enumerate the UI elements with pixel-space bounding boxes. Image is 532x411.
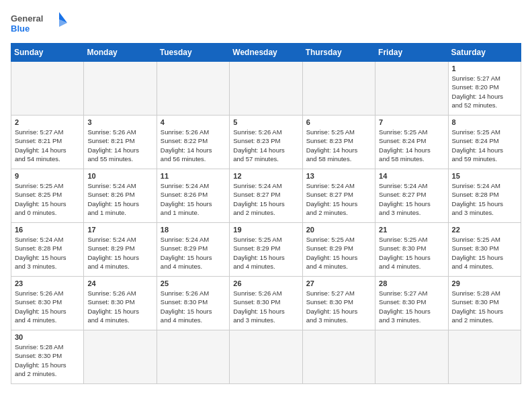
day-number: 11 xyxy=(161,172,226,180)
calendar-cell: 23Sunrise: 5:26 AM Sunset: 8:30 PM Dayli… xyxy=(11,277,84,330)
day-number: 8 xyxy=(452,118,517,126)
weekday-header-thursday: Thursday xyxy=(302,44,375,62)
calendar-week-2: 2Sunrise: 5:27 AM Sunset: 8:21 PM Daylig… xyxy=(11,116,521,169)
day-number: 3 xyxy=(87,118,152,126)
day-number: 14 xyxy=(379,172,444,180)
calendar-cell: 3Sunrise: 5:26 AM Sunset: 8:21 PM Daylig… xyxy=(84,116,157,169)
calendar-cell xyxy=(375,330,448,384)
calendar-cell: 30Sunrise: 5:28 AM Sunset: 8:30 PM Dayli… xyxy=(11,330,84,384)
calendar-cell: 17Sunrise: 5:24 AM Sunset: 8:29 PM Dayli… xyxy=(84,223,157,277)
day-info: Sunrise: 5:24 AM Sunset: 8:29 PM Dayligh… xyxy=(161,235,226,271)
calendar-cell: 7Sunrise: 5:25 AM Sunset: 8:24 PM Daylig… xyxy=(375,116,448,169)
day-info: Sunrise: 5:24 AM Sunset: 8:28 PM Dayligh… xyxy=(15,235,80,271)
calendar-cell: 26Sunrise: 5:26 AM Sunset: 8:30 PM Dayli… xyxy=(230,277,302,330)
day-number: 13 xyxy=(306,172,371,180)
weekday-header-tuesday: Tuesday xyxy=(157,44,229,62)
day-info: Sunrise: 5:25 AM Sunset: 8:25 PM Dayligh… xyxy=(15,181,80,217)
day-info: Sunrise: 5:24 AM Sunset: 8:28 PM Dayligh… xyxy=(452,181,517,217)
day-info: Sunrise: 5:25 AM Sunset: 8:29 PM Dayligh… xyxy=(233,235,298,271)
calendar-cell: 8Sunrise: 5:25 AM Sunset: 8:24 PM Daylig… xyxy=(448,116,521,169)
calendar-cell xyxy=(11,62,84,116)
calendar-cell: 16Sunrise: 5:24 AM Sunset: 8:28 PM Dayli… xyxy=(11,223,84,277)
day-number: 26 xyxy=(233,279,298,287)
day-info: Sunrise: 5:26 AM Sunset: 8:23 PM Dayligh… xyxy=(233,128,298,163)
calendar-cell: 27Sunrise: 5:27 AM Sunset: 8:30 PM Dayli… xyxy=(302,277,375,330)
day-info: Sunrise: 5:25 AM Sunset: 8:24 PM Dayligh… xyxy=(452,128,517,163)
calendar-cell: 25Sunrise: 5:26 AM Sunset: 8:30 PM Dayli… xyxy=(157,277,229,330)
calendar-week-3: 9Sunrise: 5:25 AM Sunset: 8:25 PM Daylig… xyxy=(11,169,521,223)
calendar-cell: 12Sunrise: 5:24 AM Sunset: 8:27 PM Dayli… xyxy=(230,169,302,223)
calendar-cell xyxy=(84,62,157,116)
calendar-cell: 10Sunrise: 5:24 AM Sunset: 8:26 PM Dayli… xyxy=(84,169,157,223)
day-info: Sunrise: 5:28 AM Sunset: 8:30 PM Dayligh… xyxy=(15,342,80,378)
day-info: Sunrise: 5:26 AM Sunset: 8:30 PM Dayligh… xyxy=(161,289,226,324)
day-info: Sunrise: 5:26 AM Sunset: 8:30 PM Dayligh… xyxy=(233,289,298,324)
calendar-week-4: 16Sunrise: 5:24 AM Sunset: 8:28 PM Dayli… xyxy=(11,223,521,277)
day-info: Sunrise: 5:24 AM Sunset: 8:27 PM Dayligh… xyxy=(233,181,298,217)
day-info: Sunrise: 5:24 AM Sunset: 8:29 PM Dayligh… xyxy=(87,235,152,271)
calendar-cell xyxy=(230,330,302,384)
day-number: 16 xyxy=(15,226,80,234)
page-header: General Blue xyxy=(11,11,521,35)
calendar-cell: 1Sunrise: 5:27 AM Sunset: 8:20 PM Daylig… xyxy=(448,62,521,116)
day-info: Sunrise: 5:24 AM Sunset: 8:27 PM Dayligh… xyxy=(306,181,371,217)
calendar-body: 1Sunrise: 5:27 AM Sunset: 8:20 PM Daylig… xyxy=(11,62,521,384)
day-info: Sunrise: 5:26 AM Sunset: 8:30 PM Dayligh… xyxy=(87,289,152,324)
day-info: Sunrise: 5:24 AM Sunset: 8:27 PM Dayligh… xyxy=(379,181,444,217)
day-info: Sunrise: 5:25 AM Sunset: 8:30 PM Dayligh… xyxy=(452,235,517,271)
day-number: 21 xyxy=(379,226,444,234)
weekday-header-wednesday: Wednesday xyxy=(230,44,302,62)
day-info: Sunrise: 5:26 AM Sunset: 8:22 PM Dayligh… xyxy=(161,128,226,163)
weekday-header-sunday: Sunday xyxy=(11,44,84,62)
calendar-cell: 6Sunrise: 5:25 AM Sunset: 8:23 PM Daylig… xyxy=(302,116,375,169)
day-number: 10 xyxy=(87,172,152,180)
day-info: Sunrise: 5:25 AM Sunset: 8:30 PM Dayligh… xyxy=(379,235,444,271)
calendar-cell: 20Sunrise: 5:25 AM Sunset: 8:29 PM Dayli… xyxy=(302,223,375,277)
calendar-header: SundayMondayTuesdayWednesdayThursdayFrid… xyxy=(11,44,521,62)
logo: General Blue xyxy=(11,11,71,35)
day-number: 24 xyxy=(87,279,152,287)
day-number: 9 xyxy=(15,172,80,180)
day-number: 19 xyxy=(233,226,298,234)
day-number: 2 xyxy=(15,118,80,126)
day-info: Sunrise: 5:24 AM Sunset: 8:26 PM Dayligh… xyxy=(161,181,226,217)
svg-text:Blue: Blue xyxy=(11,24,30,34)
day-info: Sunrise: 5:25 AM Sunset: 8:29 PM Dayligh… xyxy=(306,235,371,271)
day-info: Sunrise: 5:24 AM Sunset: 8:26 PM Dayligh… xyxy=(87,181,152,217)
day-number: 17 xyxy=(87,226,152,234)
day-number: 6 xyxy=(306,118,371,126)
day-info: Sunrise: 5:25 AM Sunset: 8:23 PM Dayligh… xyxy=(306,128,371,163)
svg-text:General: General xyxy=(11,13,43,24)
calendar-cell: 24Sunrise: 5:26 AM Sunset: 8:30 PM Dayli… xyxy=(84,277,157,330)
calendar-cell: 13Sunrise: 5:24 AM Sunset: 8:27 PM Dayli… xyxy=(302,169,375,223)
weekday-header-saturday: Saturday xyxy=(448,44,521,62)
calendar-cell xyxy=(448,330,521,384)
calendar-cell: 21Sunrise: 5:25 AM Sunset: 8:30 PM Dayli… xyxy=(375,223,448,277)
logo-svg: General Blue xyxy=(11,11,71,35)
day-number: 15 xyxy=(452,172,517,180)
weekday-header-monday: Monday xyxy=(84,44,157,62)
day-number: 27 xyxy=(306,279,371,287)
calendar-cell: 11Sunrise: 5:24 AM Sunset: 8:26 PM Dayli… xyxy=(157,169,229,223)
day-number: 5 xyxy=(233,118,298,126)
day-info: Sunrise: 5:26 AM Sunset: 8:30 PM Dayligh… xyxy=(15,289,80,324)
calendar-cell: 5Sunrise: 5:26 AM Sunset: 8:23 PM Daylig… xyxy=(230,116,302,169)
calendar-cell xyxy=(157,330,229,384)
day-info: Sunrise: 5:27 AM Sunset: 8:20 PM Dayligh… xyxy=(452,74,517,109)
calendar-cell: 19Sunrise: 5:25 AM Sunset: 8:29 PM Dayli… xyxy=(230,223,302,277)
calendar-cell: 14Sunrise: 5:24 AM Sunset: 8:27 PM Dayli… xyxy=(375,169,448,223)
day-info: Sunrise: 5:27 AM Sunset: 8:30 PM Dayligh… xyxy=(379,289,444,324)
calendar-cell: 9Sunrise: 5:25 AM Sunset: 8:25 PM Daylig… xyxy=(11,169,84,223)
weekday-header-row: SundayMondayTuesdayWednesdayThursdayFrid… xyxy=(11,44,521,62)
day-number: 18 xyxy=(161,226,226,234)
day-number: 4 xyxy=(161,118,226,126)
calendar-cell: 4Sunrise: 5:26 AM Sunset: 8:22 PM Daylig… xyxy=(157,116,229,169)
day-info: Sunrise: 5:28 AM Sunset: 8:30 PM Dayligh… xyxy=(452,289,517,324)
calendar-week-5: 23Sunrise: 5:26 AM Sunset: 8:30 PM Dayli… xyxy=(11,277,521,330)
calendar-cell: 15Sunrise: 5:24 AM Sunset: 8:28 PM Dayli… xyxy=(448,169,521,223)
day-number: 23 xyxy=(15,279,80,287)
weekday-header-friday: Friday xyxy=(375,44,448,62)
calendar-week-1: 1Sunrise: 5:27 AM Sunset: 8:20 PM Daylig… xyxy=(11,62,521,116)
calendar-cell: 2Sunrise: 5:27 AM Sunset: 8:21 PM Daylig… xyxy=(11,116,84,169)
calendar-cell xyxy=(230,62,302,116)
